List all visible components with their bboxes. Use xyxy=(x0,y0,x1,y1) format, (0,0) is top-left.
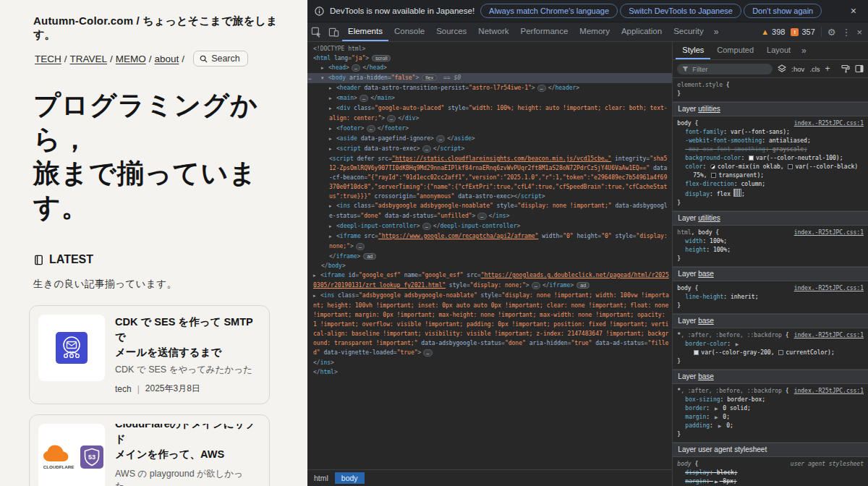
element-classes-button[interactable]: .cls xyxy=(809,65,820,73)
layers-icon[interactable] xyxy=(778,64,786,73)
expand-arrow-icon[interactable]: ▸ xyxy=(313,291,320,301)
dom-tree-row[interactable]: ▸<main>…</main> xyxy=(307,93,672,103)
toggle-element-state-button[interactable]: :hov xyxy=(791,65,804,73)
dom-tree-row[interactable]: ▸<deepl-input-controller>…</deepl-input-… xyxy=(307,221,672,231)
styles-tab-computed[interactable]: Computed xyxy=(710,42,760,59)
collapsed-children-icon[interactable]: … xyxy=(359,95,368,102)
flex-badge[interactable]: flex xyxy=(422,74,437,81)
dom-tree-row[interactable]: ▸<ins class="adsbygoogle adsbygoogle-noa… xyxy=(307,201,672,221)
sidebar-panel-icon[interactable] xyxy=(855,64,864,73)
collapsed-children-icon[interactable]: … xyxy=(352,64,360,72)
css-property[interactable]: font-family: var(--font-sans); xyxy=(677,128,864,137)
dom-tree-row[interactable]: …▾<body aria-hidden="false">flex == $0 xyxy=(307,73,672,83)
switch-devtools-to-japanese-button[interactable]: Switch DevTools to Japanese xyxy=(620,4,741,18)
more-tabs-chevron[interactable]: » xyxy=(710,27,723,37)
article-card[interactable]: CLOUDFLARE53CloudFlareのドメインにサブドメインを作って、A… xyxy=(29,414,270,486)
tab-sources[interactable]: Sources xyxy=(430,22,472,41)
dom-tree-row[interactable]: ▸<head>…</head> xyxy=(307,63,672,73)
css-property[interactable]: -moz-osx-font-smoothing: grayscale; xyxy=(677,145,864,154)
css-property[interactable]: display: flex; xyxy=(677,189,864,199)
expand-arrow-icon[interactable]: ▸ xyxy=(329,145,336,154)
dom-tree-row[interactable]: ▸<iframe src="https://www.google.com/rec… xyxy=(307,231,672,261)
paint-icon[interactable] xyxy=(841,64,850,73)
dom-tree-row[interactable]: <html lang="ja">scroll xyxy=(307,54,672,63)
stylesheet-source-link[interactable]: index.-R25tJPC.css:1 xyxy=(794,331,864,340)
styles-tab-layout[interactable]: Layout xyxy=(760,42,797,59)
css-rule[interactable]: element.style {} xyxy=(673,78,868,102)
layer-link[interactable]: base xyxy=(698,317,714,325)
css-property[interactable]: color: color-mix(in oklab, var(--color-b… xyxy=(677,163,864,180)
expand-arrow-icon[interactable]: ▸ xyxy=(329,135,336,144)
inspect-icon[interactable] xyxy=(307,27,325,38)
css-property[interactable]: width: 100%; xyxy=(677,237,864,246)
collapsed-children-icon[interactable]: … xyxy=(422,223,431,230)
expand-arrow-icon[interactable]: ▶ xyxy=(715,479,718,484)
dom-tree-row[interactable]: ▸<aside data-pagefind-ignore>…</aside> xyxy=(307,134,672,144)
nav-link-travel[interactable]: TRAVEL xyxy=(70,54,108,64)
expand-arrow-icon[interactable]: ▸ xyxy=(329,84,336,93)
css-property[interactable]: display: block; xyxy=(677,469,864,477)
ad-badge[interactable]: ad xyxy=(363,253,376,260)
nav-link-memo[interactable]: MEMO xyxy=(116,54,146,64)
dom-tree-row[interactable]: ▸<script data-astro-exec>…</script> xyxy=(307,144,672,154)
dom-tree-row[interactable]: ▸<div class="google-auto-placed" style="… xyxy=(307,103,672,124)
css-rule[interactable]: index.-R25tJPC.css:1*, :after, :before, … xyxy=(673,384,868,443)
stylesheet-source-link[interactable]: index.-R25tJPC.css:1 xyxy=(794,387,864,396)
css-property[interactable]: -webkit-font-smoothing: antialiased; xyxy=(677,137,864,145)
expand-arrow-icon[interactable]: ▶ xyxy=(718,423,722,428)
stylesheet-source-link[interactable]: index.-R25tJPC.css:1 xyxy=(794,284,864,293)
search-button[interactable]: Search xyxy=(193,51,248,67)
styles-filter-input[interactable]: Filter xyxy=(677,64,773,74)
collapsed-children-icon[interactable]: … xyxy=(356,243,365,250)
color-swatch[interactable] xyxy=(711,173,716,178)
collapse-arrow-icon[interactable]: ▾ xyxy=(321,74,328,83)
css-property[interactable]: background-color: var(--color-neutral-10… xyxy=(677,154,864,163)
css-property[interactable]: line-height: inherit; xyxy=(677,293,864,302)
tab-memory[interactable]: Memory xyxy=(574,22,616,41)
scroll-badge[interactable]: scroll xyxy=(372,55,391,61)
expand-arrow-icon[interactable]: ▸ xyxy=(313,271,320,281)
color-swatch[interactable] xyxy=(749,155,754,161)
css-property[interactable]: margin: ▶ 0; xyxy=(677,413,864,422)
collapsed-children-icon[interactable]: … xyxy=(367,125,375,132)
dom-tree-row[interactable]: ▸<header data-astro-transition-persist="… xyxy=(307,83,672,93)
new-style-rule-button[interactable]: + xyxy=(825,64,830,74)
css-rule[interactable]: index.-R25tJPC.css:1body {line-height: i… xyxy=(673,281,868,314)
ad-badge[interactable]: ad xyxy=(576,282,590,289)
dom-tree-row[interactable]: ▸<ins class="adsbygoogle adsbygoogle-noa… xyxy=(307,291,672,367)
dom-tree-row[interactable]: ▸<footer>…</footer> xyxy=(307,124,672,134)
expand-arrow-icon[interactable]: ▸ xyxy=(329,124,336,134)
css-property[interactable]: border: ▶ 0 solid; xyxy=(677,404,864,413)
nav-link-tech[interactable]: TECH xyxy=(35,54,61,64)
expand-arrow-icon[interactable]: ▸ xyxy=(329,222,336,231)
don-t-show-again-button[interactable]: Don't show again xyxy=(744,4,822,18)
devtools-close-icon[interactable]: × xyxy=(856,27,862,38)
collapsed-children-icon[interactable]: … xyxy=(477,213,486,220)
layer-link[interactable]: utilities xyxy=(698,214,720,222)
tab-security[interactable]: Security xyxy=(668,22,710,41)
dom-tree-row[interactable]: ▸<iframe id="google_esf" name="google_es… xyxy=(307,270,672,291)
css-property[interactable]: border-color: ▶var(--color-gray-200, cur… xyxy=(677,340,864,357)
expand-arrow-icon[interactable]: ▶ xyxy=(715,406,718,411)
dom-tree-row[interactable]: </html> xyxy=(307,367,672,377)
css-property[interactable]: margin: ▶ 8px; xyxy=(677,477,864,486)
color-swatch[interactable] xyxy=(694,350,699,355)
css-property[interactable]: height: 100%; xyxy=(677,246,864,255)
layer-link[interactable]: base xyxy=(698,270,714,278)
tab-console[interactable]: Console xyxy=(388,22,430,41)
css-rule[interactable]: index.-R25tJPC.css:1*, :after, :before, … xyxy=(673,328,868,370)
expand-arrow-icon[interactable]: ▸ xyxy=(329,104,336,114)
tab-elements[interactable]: Elements xyxy=(342,22,388,41)
expand-arrow-icon[interactable]: ▶ xyxy=(736,341,739,346)
collapsed-children-icon[interactable]: … xyxy=(537,85,546,92)
collapsed-children-icon[interactable]: … xyxy=(387,115,396,122)
color-swatch[interactable] xyxy=(788,164,793,169)
breadcrumb-body[interactable]: body xyxy=(335,472,365,484)
notification-close-icon[interactable]: × xyxy=(846,5,861,17)
tab-application[interactable]: Application xyxy=(616,22,668,41)
flex-editor-icon[interactable] xyxy=(733,189,741,197)
kebab-menu-icon[interactable]: ⋮ xyxy=(841,27,851,38)
color-swatch[interactable] xyxy=(710,164,715,169)
css-rule[interactable]: index.-R25tJPC.css:1html, body {width: 1… xyxy=(673,226,868,267)
dom-tree-row[interactable]: <!DOCTYPE html> xyxy=(307,44,672,54)
